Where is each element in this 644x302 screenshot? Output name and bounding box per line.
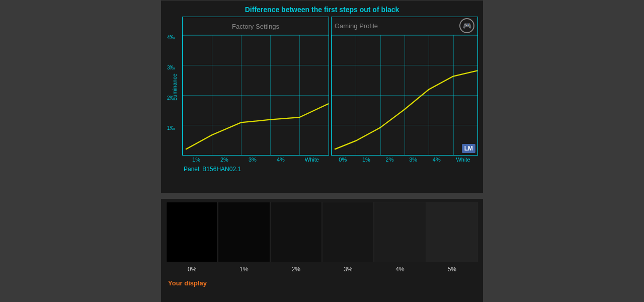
- x-label-2pct-factory: 2%: [220, 157, 228, 163]
- bar-label-1: 1%: [239, 266, 248, 273]
- chart-area: Difference between the first steps out o…: [161, 1, 483, 193]
- bar-label-0: 0%: [188, 266, 196, 273]
- x-label-2pct-gaming: 2%: [386, 157, 394, 163]
- gaming-x-labels: 0% 1% 2% 3% 4% White: [331, 156, 478, 163]
- x-label-1pct-gaming: 1%: [362, 157, 370, 163]
- chart-title: Difference between the first steps out o…: [166, 6, 478, 14]
- bar-2pct: 2%: [270, 202, 322, 262]
- x-label-3pct-factory: 3%: [249, 157, 257, 163]
- bar-label-3: 3%: [344, 266, 352, 273]
- factory-label: Factory Settings: [232, 23, 279, 30]
- x-label-1pct-factory: 1%: [192, 157, 200, 163]
- gaming-grid: LM: [331, 35, 478, 156]
- gaming-label: Gaming Profile: [335, 22, 378, 30]
- panel-label: Panel: B156HAN02.1: [166, 163, 478, 173]
- bar-label-5: 5%: [448, 266, 456, 273]
- bar-4pct: 4%: [374, 202, 426, 262]
- your-display-label: Your display: [166, 276, 478, 287]
- bar-label-4: 4%: [395, 266, 404, 273]
- factory-chart: Factory Settings: [182, 17, 329, 163]
- main-container: Difference between the first steps out o…: [161, 1, 483, 302]
- bar-label-2: 2%: [292, 266, 300, 273]
- charts-row: Luminance Factory Settings: [166, 17, 478, 163]
- factory-x-labels: 1% 2% 3% 4% White: [182, 156, 329, 163]
- gaming-icon: 🎮: [459, 18, 474, 33]
- bar-1pct: 1%: [218, 202, 270, 262]
- factory-header: Factory Settings: [182, 17, 329, 35]
- bar-5pct: 5%: [426, 202, 478, 262]
- x-label-3pct-gaming: 3%: [409, 157, 417, 163]
- gaming-chart: Gaming Profile 🎮: [331, 17, 478, 163]
- bar-3pct: 3%: [322, 202, 374, 262]
- gaming-curve-svg: [332, 35, 477, 155]
- gaming-header: Gaming Profile 🎮: [331, 17, 478, 35]
- lm-badge: LM: [462, 144, 475, 153]
- x-label-white-factory: White: [305, 157, 319, 163]
- x-label-0pct-gaming: 0%: [339, 157, 347, 163]
- x-label-4pct-gaming: 4%: [433, 157, 441, 163]
- y-axis-label: Luminance: [171, 17, 178, 158]
- display-bars: 0% 1% 2% 3% 4% 5%: [166, 202, 478, 262]
- factory-curve-svg: [183, 35, 329, 155]
- x-label-white-gaming: White: [456, 157, 470, 163]
- x-label-4pct-factory: 4%: [277, 157, 285, 163]
- display-section: 0% 1% 2% 3% 4% 5% Your display: [161, 199, 483, 302]
- bar-0pct: 0%: [166, 202, 218, 262]
- factory-grid: [182, 35, 329, 156]
